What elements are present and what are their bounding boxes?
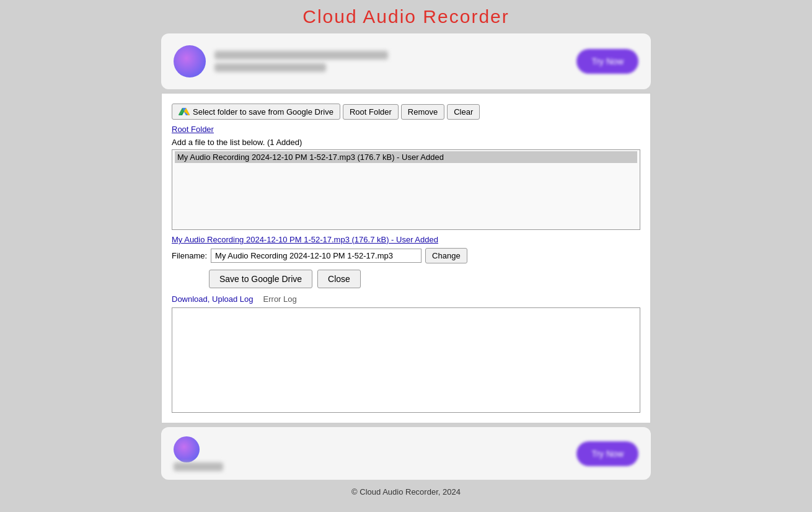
top-ad-banner: Try Now	[161, 33, 651, 89]
ad-cta-button[interactable]: Try Now	[576, 49, 638, 74]
selected-file-link[interactable]: My Audio Recording 2024-12-10 PM 1-52-17…	[172, 235, 640, 244]
download-upload-log-link[interactable]: Download, Upload Log	[172, 294, 254, 304]
remove-button[interactable]: Remove	[401, 104, 444, 120]
action-row: Save to Google Drive Close	[172, 270, 640, 288]
filename-label: Filename:	[172, 251, 207, 260]
log-area[interactable]	[172, 307, 640, 413]
bottom-ad-cta-button[interactable]: Try Now	[576, 441, 638, 466]
add-file-instruction: Add a file to the list below. (1 Added)	[172, 138, 640, 147]
file-list-item[interactable]: My Audio Recording 2024-12-10 PM 1-52-17…	[175, 151, 637, 163]
bottom-ad-logo-icon	[174, 436, 200, 462]
bottom-ad-banner: Try Now	[161, 427, 651, 480]
ad-line-1	[214, 51, 388, 60]
toolbar-row: Select folder to save from Google Drive …	[172, 104, 640, 120]
close-button[interactable]: Close	[317, 270, 361, 288]
footer-text: © Cloud Audio Recorder, 2024	[351, 487, 461, 497]
bottom-ad-text	[174, 462, 223, 471]
google-drive-icon	[179, 107, 190, 117]
file-list[interactable]: My Audio Recording 2024-12-10 PM 1-52-17…	[172, 149, 640, 230]
bottom-ad-left	[174, 436, 223, 471]
main-panel: Select folder to save from Google Drive …	[161, 93, 651, 423]
log-links: Download, Upload Log Error Log	[172, 294, 640, 304]
select-folder-label: Select folder to save from Google Drive	[193, 107, 333, 117]
ad-text-area	[214, 51, 388, 72]
clear-button[interactable]: Clear	[447, 104, 480, 120]
error-log-link[interactable]: Error Log	[263, 294, 297, 304]
filename-row: Filename: Change	[172, 248, 640, 263]
save-to-drive-button[interactable]: Save to Google Drive	[209, 270, 312, 288]
select-folder-button[interactable]: Select folder to save from Google Drive	[172, 104, 340, 120]
root-folder-link[interactable]: Root Folder	[172, 125, 640, 134]
change-filename-button[interactable]: Change	[425, 248, 467, 263]
filename-input[interactable]	[211, 249, 421, 263]
ad-line-2	[214, 63, 326, 72]
page-title: Cloud Audio Recorder	[302, 6, 510, 27]
ad-left-content	[174, 45, 388, 77]
root-folder-button[interactable]: Root Folder	[343, 104, 399, 120]
ad-logo-icon	[174, 45, 206, 77]
